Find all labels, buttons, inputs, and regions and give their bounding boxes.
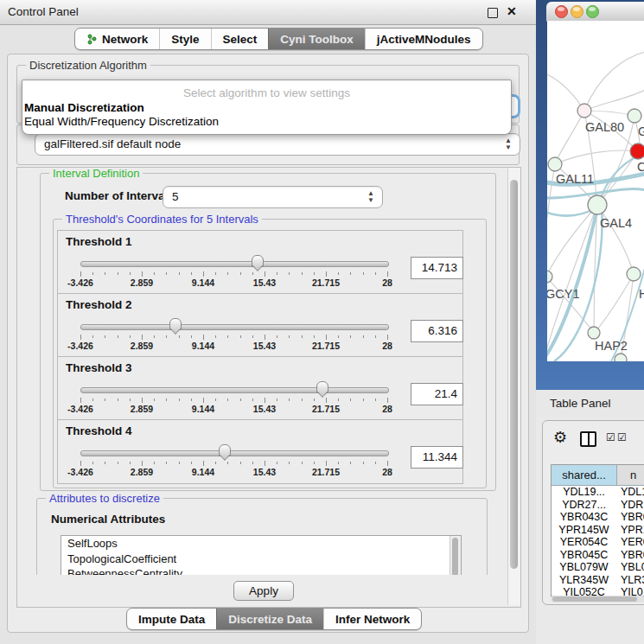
table-row[interactable]: YPR145WYPR1 bbox=[552, 524, 644, 537]
num-intervals-label: Number of Intervals bbox=[65, 189, 175, 202]
table-cell: YBR043C bbox=[552, 511, 616, 524]
network-node-h[interactable] bbox=[627, 267, 641, 281]
tab-cyni-toolbox[interactable]: Cyni Toolbox bbox=[268, 29, 365, 49]
network-node-gal11[interactable] bbox=[548, 157, 562, 171]
num-intervals-value: 5 bbox=[172, 190, 179, 203]
threshold-slider[interactable] bbox=[80, 255, 387, 271]
attribute-item-topologicalcoefficient[interactable]: TopologicalCoefficient bbox=[61, 552, 461, 567]
tab-jactivemnodules[interactable]: jActiveMNodules bbox=[365, 29, 482, 49]
gear-icon[interactable]: ⚙ bbox=[553, 428, 567, 447]
network-node-label: H bbox=[639, 287, 644, 301]
table-row[interactable]: YBR043CYBR0 bbox=[552, 511, 644, 524]
node-table: shared...n YDL19...YDL1YDR27...YDR2YBR04… bbox=[551, 464, 644, 596]
table-row[interactable]: YBR045CYBR0 bbox=[552, 549, 644, 562]
settings-scrollbar[interactable] bbox=[507, 168, 520, 605]
network-node-hap2[interactable] bbox=[588, 327, 600, 339]
attributes-scrollbar[interactable] bbox=[450, 536, 461, 575]
slider-thumb[interactable] bbox=[219, 444, 231, 459]
table-row[interactable]: YLR345WYLR3 bbox=[552, 574, 644, 587]
table-data-combobox[interactable]: galFiltered.sif default node ▲▼ bbox=[35, 133, 520, 156]
apply-button[interactable]: Apply bbox=[233, 581, 294, 601]
network-canvas[interactable]: GAL80GCGAL11GAL4GCY1HHAP2 bbox=[547, 21, 644, 361]
interval-definition-groupbox: Interval Definition Number of Intervals … bbox=[40, 173, 496, 491]
network-node-label: C bbox=[637, 160, 644, 174]
tab-impute-data[interactable]: Impute Data bbox=[127, 609, 216, 629]
network-node-label: GAL4 bbox=[600, 216, 632, 230]
column-header-shared-[interactable]: shared... bbox=[552, 465, 617, 486]
column-header-n[interactable]: n bbox=[617, 465, 644, 486]
columns-icon[interactable] bbox=[580, 431, 596, 447]
network-node-gal4[interactable] bbox=[588, 195, 607, 214]
table-row[interactable]: YBL079WYBL0 bbox=[552, 561, 644, 574]
float-window-icon[interactable] bbox=[488, 8, 498, 18]
slider-thumb[interactable] bbox=[316, 381, 328, 396]
table-row[interactable]: YER054CYER0 bbox=[552, 536, 644, 549]
tab-infer-network[interactable]: Infer Network bbox=[323, 609, 421, 629]
threshold-slider[interactable] bbox=[80, 318, 387, 334]
network-graph: GAL80GCGAL11GAL4GCY1HHAP2 bbox=[547, 21, 644, 361]
slider-thumb[interactable] bbox=[169, 318, 182, 333]
table-row[interactable]: YDR27...YDR2 bbox=[552, 499, 644, 512]
network-node-label: HAP2 bbox=[595, 339, 628, 353]
table-cell: YBL0 bbox=[616, 561, 644, 574]
attribute-item-betweennesscentrality[interactable]: BetweennessCentrality bbox=[61, 566, 461, 575]
algorithm-group-title: Discretization Algorithm bbox=[26, 59, 150, 72]
tab-discretize-data[interactable]: Discretize Data bbox=[216, 609, 323, 629]
checkbox-icon[interactable]: ☑ bbox=[617, 431, 627, 443]
slider-track[interactable] bbox=[80, 450, 389, 456]
threshold-value-field[interactable]: 21.4 bbox=[411, 383, 463, 405]
table-cell: YDR2 bbox=[616, 499, 644, 512]
slider-track[interactable] bbox=[80, 387, 389, 393]
network-view-window: GAL80GCGAL11GAL4GCY1HHAP2 bbox=[536, 0, 644, 390]
threshold-label: Threshold 4 bbox=[66, 424, 132, 437]
close-icon[interactable]: ✕ bbox=[507, 4, 517, 18]
tab-select[interactable]: Select bbox=[211, 29, 269, 49]
table-cell: YPR1 bbox=[616, 524, 644, 537]
slider-track[interactable] bbox=[80, 261, 389, 267]
table-h-scrollbar[interactable] bbox=[551, 596, 644, 603]
network-node-label: GCY1 bbox=[547, 287, 580, 301]
threshold-value-field[interactable]: 6.316 bbox=[411, 320, 463, 342]
slider-thumb[interactable] bbox=[252, 255, 264, 270]
attributes-group-title: Attributes to discretize bbox=[46, 492, 163, 505]
network-node-label: GAL80 bbox=[585, 120, 624, 134]
control-panel-window: Control Panel ✕ NetworkStyleSelectCyni T… bbox=[0, 0, 536, 644]
mac-close-icon[interactable] bbox=[555, 5, 568, 18]
slider-tick-labels: -3.4262.8599.14415.4321.71528 bbox=[80, 341, 387, 351]
threshold-value-field[interactable]: 14.713 bbox=[411, 257, 463, 279]
attribute-item-selfloops[interactable]: SelfLoops bbox=[61, 536, 461, 552]
tab-style[interactable]: Style bbox=[159, 29, 210, 49]
network-tab-icon bbox=[86, 34, 98, 45]
table-header-row: shared...n bbox=[552, 465, 644, 486]
table-panel-window: ⚙ ☑ ☑ shared...n YDL19...YDL1YDR27...YDR… bbox=[542, 420, 644, 605]
table-cell: YDR27... bbox=[552, 499, 616, 512]
top-tab-bar: NetworkStyleSelectCyni ToolboxjActiveMNo… bbox=[74, 28, 483, 50]
mac-minimize-icon[interactable] bbox=[571, 5, 583, 18]
network-node-g[interactable] bbox=[628, 109, 641, 123]
algorithm-option-manual-discretization[interactable]: Manual Discretization bbox=[22, 101, 511, 115]
numerical-attributes-label: Numerical Attributes bbox=[51, 513, 165, 526]
tab-network[interactable]: Network bbox=[75, 29, 159, 49]
network-node-c[interactable] bbox=[630, 143, 644, 159]
mac-zoom-icon[interactable] bbox=[586, 5, 599, 18]
threshold-box-2: Threshold 2-3.4262.8599.14415.4321.71528… bbox=[57, 293, 463, 358]
algorithm-option-equal-width-frequency-discretization[interactable]: Equal Width/Frequency Discretization bbox=[22, 115, 511, 129]
network-node-gal80[interactable] bbox=[577, 104, 591, 118]
slider-ticks bbox=[80, 461, 387, 467]
network-node[interactable] bbox=[615, 354, 627, 361]
network-node-gcy1[interactable] bbox=[547, 271, 552, 283]
tab-label: jActiveMNodules bbox=[377, 33, 471, 46]
checkbox-icon[interactable]: ☑ bbox=[606, 431, 615, 443]
control-panel-titlebar: Control Panel ✕ bbox=[0, 0, 536, 25]
control-panel-body: Discretization Algorithm Select algorith… bbox=[7, 54, 529, 633]
threshold-slider[interactable] bbox=[80, 381, 387, 397]
table-row[interactable]: YDL19...YDL1 bbox=[552, 486, 644, 499]
num-intervals-combobox[interactable]: 5 ▲▼ bbox=[163, 186, 383, 208]
slider-track[interactable] bbox=[80, 324, 389, 330]
threshold-value-field[interactable]: 11.344 bbox=[411, 446, 463, 469]
table-panel-title: Table Panel bbox=[550, 397, 611, 410]
threshold-slider[interactable] bbox=[80, 444, 387, 460]
bottom-tab-bar: Impute DataDiscretize DataInfer Network bbox=[126, 608, 422, 630]
thresholds-groupbox: Threshold's Coordinates for 5 Intervals … bbox=[53, 219, 487, 488]
algorithm-dropdown-hint: Select algorithm to view settings bbox=[22, 80, 511, 101]
